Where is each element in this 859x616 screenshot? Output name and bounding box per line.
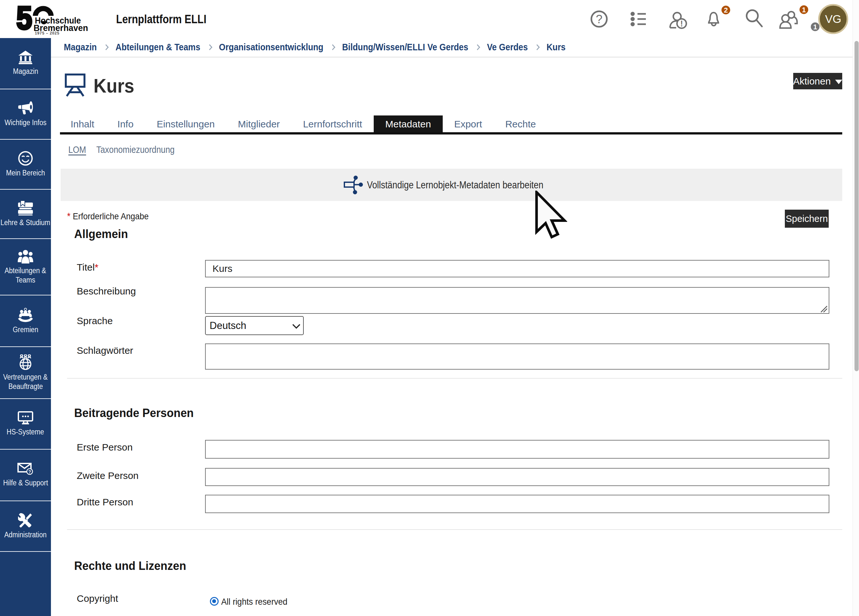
svg-text:1975 – 2025: 1975 – 2025 (35, 31, 59, 36)
svg-text:!: ! (680, 19, 683, 28)
svg-text:?: ? (28, 469, 31, 474)
svg-text:2: 2 (724, 6, 728, 14)
svg-text:1: 1 (802, 6, 806, 14)
svg-text:1: 1 (813, 23, 817, 31)
svg-text:?: ? (596, 13, 603, 26)
svg-text:5: 5 (16, 2, 32, 36)
svg-text:VG: VG (825, 13, 842, 25)
